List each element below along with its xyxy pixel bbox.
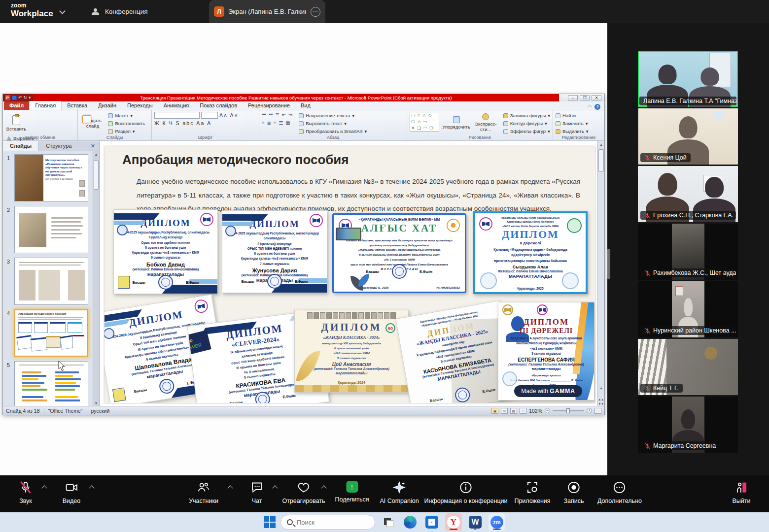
undo-icon[interactable]: ↶ — [18, 95, 22, 100]
taskbar-search[interactable] — [280, 515, 375, 530]
slide-canvas[interactable]: Апробация методического пособия Данное у… — [105, 146, 595, 403]
quick-styles-button[interactable]: Экспресс-сти... — [473, 112, 498, 133]
panel-close-icon[interactable]: ✕ — [87, 141, 99, 151]
help-icon[interactable]: ? — [594, 104, 600, 110]
panel-scrollbar[interactable]: ▲ ▼ — [93, 151, 99, 407]
tab-conference[interactable]: Конференция — [85, 0, 155, 23]
fit-to-window-button[interactable]: ⛶ — [594, 408, 601, 414]
video-panel-scrollbar[interactable] — [607, 249, 610, 279]
panel-tab-outline[interactable]: Структура — [39, 141, 78, 151]
reading-view-button[interactable]: ▤ — [510, 408, 517, 414]
meeting-info-button[interactable]: Информация о конференции — [424, 481, 507, 504]
tab-insert[interactable]: Вставка — [62, 101, 93, 110]
tab-slideshow[interactable]: Показ слайдов — [194, 101, 243, 110]
edge-browser-icon[interactable] — [402, 513, 419, 531]
video-tile-rakhimbekova[interactable]: Рахимбекова Ж.С., Шет ауда... — [638, 224, 738, 280]
yandex-browser-icon[interactable]: Y — [445, 513, 462, 531]
paste-button[interactable]: Вставить — [5, 112, 27, 134]
tab-transitions[interactable]: Переходы — [122, 101, 158, 110]
muted-mic-icon — [644, 212, 651, 219]
text-direction-button[interactable]: Направление текста ▾ — [299, 112, 367, 119]
arrange-button[interactable]: Упорядочить — [442, 112, 470, 133]
word-icon[interactable]: W — [467, 513, 484, 531]
select-button[interactable]: Выделить ▾ — [556, 128, 589, 135]
save-icon[interactable] — [12, 96, 17, 100]
chat-button[interactable]: Чат — [250, 481, 264, 504]
zoom-in-button[interactable]: + — [587, 408, 592, 413]
video-tile-lapina-galkina[interactable]: Лапина Е.В. Галкина Т.А "Гимназ... — [638, 51, 738, 107]
shape-outline-button[interactable]: Контур фигуры ▾ — [503, 120, 550, 127]
apps-button[interactable]: Приложения — [514, 481, 550, 504]
leave-button[interactable]: Выйти — [732, 481, 750, 504]
react-button[interactable]: Отреагировать — [282, 481, 325, 504]
shapes-gallery[interactable]: ▢ ○ △ ◇ ⬠ ☆ ⇨ ⌒ ✦ ❏ ◠ ❍ — [410, 112, 439, 132]
font-style-buttons[interactable]: Ж К Ч S abc Аа А — [154, 120, 256, 126]
more-options-icon[interactable]: ⋯ — [311, 7, 320, 17]
slide-thumbnail-2[interactable]: 2 — [7, 206, 91, 253]
close-button[interactable]: ✕ — [592, 95, 601, 100]
shape-effects-button[interactable]: Эффекты фигур ▾ — [503, 128, 550, 135]
find-button[interactable]: Найти — [556, 112, 589, 119]
section-button[interactable]: Раздел ▾ — [108, 128, 145, 135]
align-buttons[interactable]: ≡ ≣ ≡ ☰ ▦ — [262, 120, 293, 126]
video-options-chevron[interactable] — [89, 485, 94, 491]
minimize-ribbon-icon[interactable]: ◠ — [588, 104, 592, 109]
record-button[interactable]: Запись — [563, 481, 584, 504]
video-tile-nurinsky[interactable]: Нуринский район Шкенова ... — [638, 281, 738, 337]
layout-button[interactable]: Макет ▾ — [108, 112, 145, 119]
smartart-button[interactable]: Преобразовать в SmartArt ▾ — [299, 128, 367, 135]
slide-thumbnail-3[interactable]: 3 — [7, 258, 91, 305]
share-button[interactable]: ↑ Поделиться — [335, 481, 369, 503]
slide-thumbnail-4[interactable]: 4 Апробация методического пособия — [7, 309, 91, 357]
align-text-button[interactable]: Выровнять текст ▾ — [299, 120, 367, 127]
more-button[interactable]: Дополнительно — [597, 481, 642, 504]
shape-fill-button[interactable]: Заливка фигуры ▾ — [503, 112, 550, 119]
video-tile-erokhina-starkova[interactable]: Ерохина С.Н., Старкова Г.А. — [638, 166, 738, 222]
tab-home[interactable]: Главная — [29, 101, 62, 110]
zoom-slider[interactable] — [553, 410, 584, 411]
tab-shared-screen[interactable]: Л Экран (Лапина Е.В. Галкина Т.А ⋯ — [209, 0, 325, 23]
participants-button[interactable]: Участники — [189, 481, 218, 504]
task-view-button[interactable] — [380, 513, 397, 531]
restore-button[interactable]: ❐ — [580, 95, 590, 100]
tab-review[interactable]: Рецензирование — [243, 101, 295, 110]
start-button[interactable] — [264, 516, 276, 528]
tab-view[interactable]: Вид — [295, 101, 316, 110]
tab-animations[interactable]: Анимация — [158, 101, 195, 110]
reset-button[interactable]: Восстановить — [108, 120, 145, 127]
tab-design[interactable]: Дизайн — [93, 101, 122, 110]
gamma-badge[interactable]: Made with GAMMA — [514, 385, 582, 397]
video-button[interactable]: Видео — [63, 481, 81, 504]
participants-options-chevron[interactable] — [227, 485, 233, 491]
microsoft-store-icon[interactable] — [423, 513, 440, 531]
video-tile-keyts[interactable]: Кейц Т Г. — [638, 339, 738, 395]
chevron-down-icon[interactable] — [59, 8, 66, 14]
ai-companion-button[interactable]: AI Companion — [380, 481, 419, 504]
redo-icon[interactable]: ↻ — [24, 95, 28, 100]
font-size-combobox[interactable] — [201, 112, 218, 119]
replace-button[interactable]: Заменить ▾ — [556, 120, 589, 127]
slide-sorter-button[interactable]: ⊞ — [501, 408, 508, 414]
zoom-out-button[interactable]: − — [545, 408, 550, 413]
slide-thumbnail-5[interactable]: 5 — [7, 361, 91, 407]
minimize-button[interactable]: – — [568, 95, 578, 100]
slide-thumbnail-1[interactable]: 1 Методическое пособие «Развитие навыков… — [7, 154, 91, 201]
audio-options-chevron[interactable] — [41, 485, 47, 491]
video-tile-margarita[interactable]: Маргарита Сергеевна — [638, 397, 738, 453]
chat-options-chevron[interactable] — [272, 485, 278, 491]
editor-scrollbar[interactable]: ▲ ▼ ▲▲▼▼ — [597, 141, 604, 407]
audio-button[interactable]: Звук — [19, 481, 33, 504]
official-seal — [392, 264, 407, 279]
list-buttons[interactable]: ☰ ☷ ≣ ⇤ ⇥ — [262, 112, 293, 117]
zoom-app-icon[interactable]: zm — [489, 513, 505, 531]
video-tile-tsoy[interactable]: Ксения Цой — [638, 108, 738, 165]
search-input[interactable] — [297, 519, 361, 526]
panel-tab-slides[interactable]: Слайды — [3, 141, 39, 151]
tab-file[interactable]: Файл — [4, 101, 29, 110]
grow-shrink-font-buttons[interactable]: A˄ A˅ — [219, 112, 239, 118]
font-name-combobox[interactable] — [154, 112, 200, 119]
new-slide-button[interactable]: Создать слайд — [80, 112, 105, 134]
slideshow-button[interactable]: ⛉ — [520, 408, 526, 414]
normal-view-button[interactable]: ▣ — [491, 408, 498, 414]
qat-dropdown-icon[interactable]: ▾ — [29, 95, 31, 100]
